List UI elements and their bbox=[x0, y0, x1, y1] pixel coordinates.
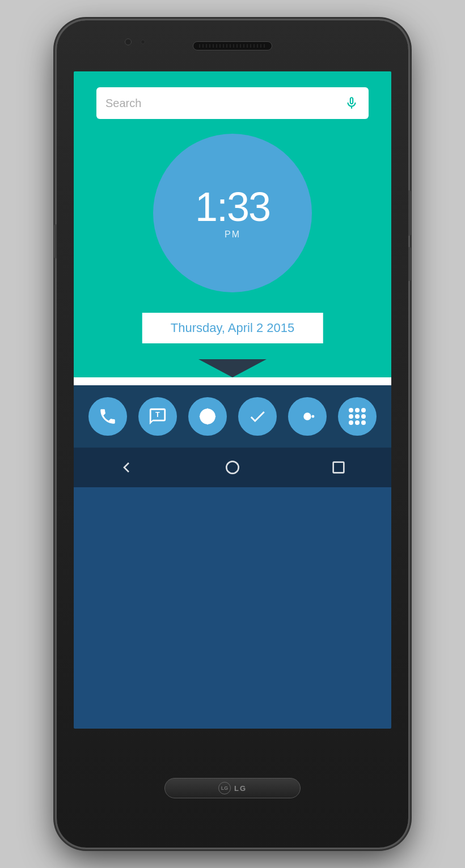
grid-dot bbox=[361, 414, 366, 419]
grid-dot bbox=[361, 420, 366, 425]
lg-text: LG bbox=[234, 784, 247, 793]
dock-tasks-app[interactable] bbox=[238, 397, 277, 436]
lg-symbol: LG bbox=[221, 785, 229, 791]
grid-dot bbox=[349, 408, 353, 412]
sensor bbox=[141, 40, 145, 44]
divider-strip bbox=[74, 377, 391, 385]
svg-point-4 bbox=[312, 416, 314, 418]
search-placeholder: Search bbox=[105, 97, 344, 110]
lg-logo-circle: LG bbox=[218, 782, 231, 794]
home-button-area: LG LG bbox=[164, 778, 301, 798]
grid-dot bbox=[349, 414, 353, 419]
power-button[interactable] bbox=[408, 190, 411, 236]
bottom-bezel: LG LG bbox=[57, 729, 408, 848]
volume-down-button[interactable] bbox=[408, 247, 411, 281]
front-camera bbox=[125, 39, 132, 45]
clock-time: 1:33 bbox=[195, 186, 270, 227]
fold-decoration bbox=[198, 359, 267, 377]
grid-dot bbox=[355, 408, 360, 412]
microphone-icon[interactable] bbox=[344, 95, 360, 111]
svg-point-3 bbox=[306, 415, 308, 418]
dock-phone-app[interactable] bbox=[88, 397, 127, 436]
dock-appdrawer-app[interactable] bbox=[338, 397, 377, 436]
search-bar[interactable]: Search bbox=[96, 87, 369, 119]
recents-button[interactable] bbox=[329, 458, 348, 476]
navigation-bar bbox=[74, 448, 391, 487]
grid-icon bbox=[349, 408, 366, 425]
grid-dot bbox=[361, 408, 366, 412]
home-button[interactable] bbox=[223, 458, 242, 476]
clock-circle: 1:33 PM bbox=[153, 134, 312, 292]
dock-speeddial-app[interactable] bbox=[188, 397, 227, 436]
date-text: Thursday, April 2 2015 bbox=[171, 321, 295, 335]
grid-dot bbox=[349, 420, 353, 425]
date-banner: Thursday, April 2 2015 bbox=[142, 313, 323, 343]
top-section: Search 1:33 PM Thursday, April 2 2015 bbox=[74, 71, 391, 377]
svg-point-5 bbox=[226, 461, 238, 473]
top-bezel bbox=[57, 20, 408, 71]
svg-rect-6 bbox=[333, 462, 344, 473]
grid-dot bbox=[355, 414, 360, 419]
clock-widget: 1:33 PM bbox=[147, 134, 318, 304]
screen: Search 1:33 PM Thursday, April 2 2015 bbox=[74, 71, 391, 729]
phone-device: Search 1:33 PM Thursday, April 2 2015 bbox=[57, 20, 408, 848]
svg-text:T: T bbox=[155, 410, 160, 419]
volume-button[interactable] bbox=[54, 224, 57, 258]
dock-camera-app[interactable] bbox=[288, 397, 327, 436]
speaker-grille bbox=[193, 41, 272, 50]
grid-dot bbox=[355, 420, 360, 425]
back-button[interactable] bbox=[117, 458, 136, 476]
app-dock: T bbox=[74, 385, 391, 448]
clock-ampm: PM bbox=[225, 229, 240, 240]
dock-messaging-app[interactable]: T bbox=[138, 397, 177, 436]
